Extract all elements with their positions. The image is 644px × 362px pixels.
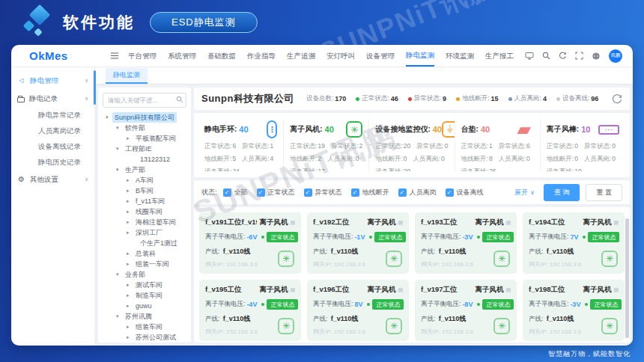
voltage-value: -3V <box>462 233 473 241</box>
tree-node[interactable]: 平板装配车间 <box>101 133 188 144</box>
tree-node[interactable]: Sunpn科技有限公司 <box>101 112 188 123</box>
nav-tab[interactable]: 安灯呼叫 <box>326 46 355 66</box>
tree-search-input[interactable] <box>103 93 186 108</box>
station-card[interactable]: f_v196工位 离子风机 离子平衡电压: 8V 正常状态 <box>307 280 409 341</box>
tab-chip-static-monitoring[interactable]: 静电监测 <box>106 68 148 84</box>
status-checkbox[interactable]: 设备离线 <box>446 188 484 197</box>
tree-expand-arrow[interactable] <box>116 167 123 173</box>
tree-expand-arrow[interactable] <box>106 114 112 120</box>
tree-expand-arrow[interactable] <box>127 303 133 309</box>
nav-tab[interactable]: 平台管理 <box>128 46 157 66</box>
sidebar-item[interactable]: 静电异常记录 <box>11 108 94 123</box>
sidebar-item[interactable]: 人员离岗记录 <box>11 123 94 139</box>
tree-expand-arrow[interactable] <box>127 251 133 257</box>
tree-node[interactable]: 生产部 <box>101 165 188 175</box>
tree-expand-arrow[interactable] <box>127 209 133 215</box>
tree-node[interactable]: 总装科 <box>101 248 188 259</box>
device-type-icon <box>598 125 619 135</box>
checkbox-label: 人员离岗 <box>410 188 437 197</box>
sidebar-item[interactable]: 静电管理 <box>11 72 94 90</box>
filter-label: 状态: <box>201 188 217 197</box>
station-card[interactable]: f_v192工位 离子风机 离子平衡电压: -1V 正常状态 <box>307 212 409 274</box>
station-card[interactable]: f_v195工位 离子风机 离子平衡电压: -4V 正常状态 <box>199 280 301 341</box>
search-icon[interactable] <box>542 52 550 60</box>
station-card[interactable]: f_v191工位f_v191工... 离子风机 离子平衡电压: -6V 正常状态 <box>199 212 301 274</box>
tree-expand-arrow[interactable] <box>116 146 123 152</box>
tree-node[interactable]: 苏州公司测试 <box>101 332 188 343</box>
tree-expand-arrow[interactable] <box>127 135 133 141</box>
sidebar-item[interactable]: 其他设置 <box>11 171 94 188</box>
tree-node[interactable]: 工程部IE <box>101 144 188 154</box>
sidebar-item[interactable]: 静电记录 <box>11 90 94 108</box>
nav-tab[interactable]: 设备管理 <box>366 46 395 66</box>
fan-icon <box>493 251 510 267</box>
nav-tab[interactable]: 环境监测 <box>446 46 474 66</box>
fullscreen-icon[interactable] <box>575 52 583 60</box>
tree-expand-arrow[interactable] <box>127 261 133 267</box>
station-card[interactable]: f_v193工位 离子风机 离子平衡电压: -3V 正常状态 <box>415 212 517 274</box>
refresh-button[interactable] <box>612 93 622 104</box>
globe-icon[interactable] <box>592 52 601 61</box>
tree-expand-arrow[interactable] <box>116 272 123 277</box>
tree-node[interactable]: A车间 <box>101 175 188 185</box>
status-checkbox[interactable]: 正常状态 <box>257 188 295 197</box>
tree-expand-arrow[interactable] <box>127 177 133 183</box>
company-header: Sunpn科技有限公司 设备总数: 170 <box>194 88 630 110</box>
tree-expand-arrow[interactable] <box>127 219 133 225</box>
tree-node[interactable]: 软件部 <box>101 123 188 133</box>
tree-node[interactable]: 业务部 <box>101 269 188 280</box>
status-checkbox[interactable]: 人员离岗 <box>398 188 437 197</box>
tree-node[interactable]: 海棉注塑车间 <box>101 217 188 227</box>
tree-expand-arrow[interactable] <box>127 292 133 298</box>
hamburger-icon[interactable] <box>110 49 119 63</box>
station-card[interactable]: f_v194工位 离子风机 离子平衡电压: 7V 正常状态 <box>523 212 625 274</box>
sidebar-item[interactable]: 设备离线记录 <box>11 139 94 155</box>
tree-node[interactable]: 线圈车间 <box>101 206 188 217</box>
stat-item: 设备离线: 96 <box>556 94 598 103</box>
station-detail-icon <box>398 287 403 293</box>
tree-node[interactable]: 制造车间 <box>101 290 188 301</box>
tree-expand-arrow[interactable] <box>127 334 133 340</box>
user-avatar[interactable]: 讯鹏 <box>609 49 622 63</box>
tree-node[interactable]: guwu <box>101 301 188 311</box>
tree-expand-arrow[interactable] <box>127 324 133 330</box>
sidebar-item[interactable]: 静电历史记录 <box>11 155 94 171</box>
tree-node[interactable]: 13122312 <box>101 154 188 165</box>
status-checkbox[interactable]: 全部 <box>223 188 248 197</box>
tree-expand-arrow[interactable] <box>116 313 123 319</box>
reset-button[interactable]: 重 置 <box>586 184 622 201</box>
main-scrollbar[interactable] <box>625 218 629 338</box>
nav-tab[interactable]: 生产报工 <box>485 46 514 66</box>
tree-node[interactable]: 深圳工厂 <box>101 227 188 238</box>
tree-node[interactable]: 个生产1测过 <box>101 238 188 248</box>
status-checkbox[interactable]: 异常状态 <box>304 188 342 197</box>
stat-label: 设备离线: <box>562 94 589 103</box>
station-card[interactable]: f_v198工位 离子风机 离子平衡电压: -3V 正常状态 <box>523 280 625 341</box>
expand-link[interactable]: 展开 <box>514 188 528 197</box>
tree-expand-arrow[interactable] <box>127 188 133 194</box>
nav-tab[interactable]: 生产追溯 <box>287 46 315 66</box>
tree-node[interactable]: B车间 <box>101 185 188 196</box>
nav-tab[interactable]: 静电监测 <box>406 45 434 67</box>
refresh-icon[interactable] <box>559 52 567 60</box>
voltage-label: 离子平衡电压: <box>205 300 245 309</box>
status-dot-icon <box>456 97 460 101</box>
nav-tab[interactable]: 基础数据 <box>207 46 236 66</box>
tree-node[interactable]: 苏州讯腾 <box>101 311 188 322</box>
tree-expand-arrow[interactable] <box>127 230 133 236</box>
device-summary-card: 台垫: 40 正常状态:1 异常状态:6 地线 <box>455 119 541 171</box>
nav-tab[interactable]: 系统管理 <box>168 46 196 66</box>
tree-node[interactable]: 测试车间 <box>101 280 188 290</box>
monitor-icon[interactable] <box>525 52 534 60</box>
tree-expand-arrow[interactable] <box>127 198 133 204</box>
search-button[interactable]: 查 询 <box>544 184 580 201</box>
tree-node[interactable]: 组装车间 <box>101 322 188 332</box>
status-checkbox[interactable]: 地线断开 <box>351 188 389 197</box>
tree-expand-arrow[interactable] <box>116 125 123 131</box>
nav-tab[interactable]: 作业指导 <box>247 46 276 66</box>
tree-expand-arrow[interactable] <box>127 282 133 288</box>
status-badge: 正常状态 <box>267 232 298 242</box>
tree-node[interactable]: f_v11车间 <box>101 196 188 206</box>
station-card[interactable]: f_v197工位 离子风机 离子平衡电压: -8V 正常状态 <box>415 280 517 341</box>
tree-node[interactable]: 组装一车间 <box>101 259 188 269</box>
